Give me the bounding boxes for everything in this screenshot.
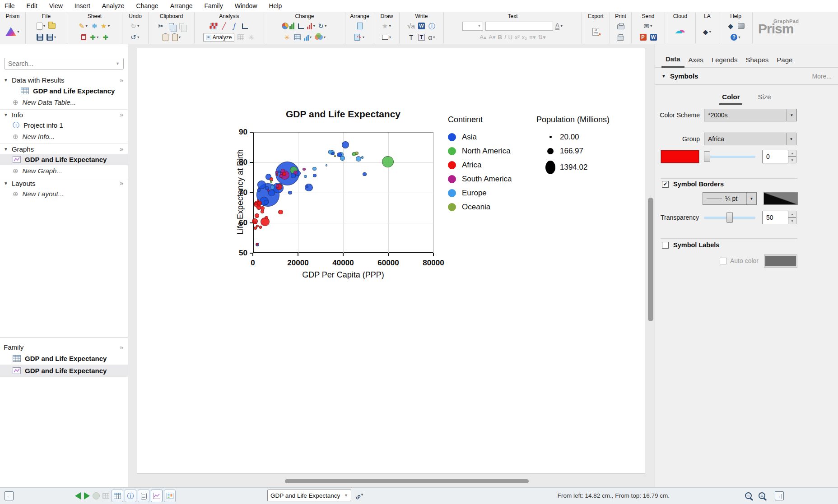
legend-entry[interactable]: Oceania (448, 200, 512, 214)
menu-analyze[interactable]: Analyze (102, 2, 125, 9)
expand-icon[interactable]: » (120, 344, 123, 351)
copy-icon[interactable] (168, 22, 176, 30)
legend-entry[interactable]: Africa (448, 158, 512, 172)
family-section-header[interactable]: Family» (0, 342, 128, 352)
symbols-section-header[interactable]: ▼ Symbols More... (655, 68, 838, 85)
pin-icon[interactable]: ★▼ (101, 22, 110, 30)
undo-icon[interactable]: ↺▼ (130, 33, 140, 42)
tab-page[interactable]: Page (773, 53, 796, 67)
legend-swatch[interactable] (448, 161, 456, 169)
data-bubble[interactable] (355, 152, 358, 155)
chevron-down-icon[interactable]: ▼ (4, 181, 8, 186)
data-bubble[interactable] (264, 200, 268, 204)
grow-text-icon[interactable]: A▴ (480, 34, 486, 41)
shrink-text-icon[interactable]: A▾ (489, 34, 495, 41)
zoom-out-icon[interactable]: − (745, 492, 752, 499)
graph-type-icon[interactable] (282, 22, 294, 30)
expand-panel-icon[interactable]: →| (775, 491, 784, 500)
view-table-button[interactable] (112, 490, 123, 502)
data-pattern-icon[interactable]: ▞▞ (210, 22, 218, 30)
data-bubble[interactable] (337, 153, 341, 157)
menu-family[interactable]: Family (204, 2, 223, 9)
powerpoint-badge-icon[interactable]: P (639, 33, 647, 42)
open-file-icon[interactable] (48, 22, 56, 30)
graph-family-icon[interactable]: ▼ (304, 33, 312, 42)
equation-icon[interactable]: √a (407, 22, 415, 30)
word-badge-2-icon[interactable]: W (649, 33, 657, 42)
menu-help[interactable]: Help (269, 2, 282, 9)
sidebar-item[interactable]: ⊕New Info... (0, 131, 128, 142)
search-box[interactable]: ▼ (4, 58, 124, 69)
page-single-icon[interactable] (356, 22, 364, 30)
legend-entry[interactable]: South America (448, 172, 512, 186)
menu-view[interactable]: View (49, 2, 63, 9)
chart-title[interactable]: GDP and Life Expectancy (208, 109, 479, 120)
view-results-button[interactable] (138, 490, 149, 502)
search-ball-icon[interactable] (93, 492, 100, 499)
tab-legends[interactable]: Legends (708, 53, 742, 67)
legend-swatch[interactable] (448, 133, 456, 141)
sidebar-section-data-with-results[interactable]: ▼Data with Results» (0, 75, 128, 85)
sidebar-section-graphs[interactable]: ▼Graphs» (0, 143, 128, 154)
data-bubble[interactable] (276, 174, 279, 176)
export-image-icon[interactable]: tiff bmp (592, 28, 600, 36)
expand-icon[interactable]: » (120, 145, 123, 153)
analyze-button[interactable]: ≡Analyze (203, 33, 235, 42)
data-bubble[interactable] (255, 213, 259, 217)
more-link[interactable]: More... (812, 73, 832, 80)
save-icon[interactable] (36, 33, 44, 42)
video-icon[interactable] (737, 22, 745, 30)
transparency-spinner[interactable]: 50 ▲▼ (762, 211, 796, 224)
transparency-value[interactable]: 50 (762, 211, 788, 224)
new-sheet-icon[interactable]: ✚▼ (90, 33, 99, 42)
data-bubble[interactable] (342, 141, 349, 148)
chevron-down-icon[interactable]: ▼ (4, 112, 8, 117)
font-color-icon[interactable]: A▼ (555, 22, 563, 30)
horizontal-scrollbar[interactable] (285, 479, 529, 483)
expand-icon[interactable]: » (120, 180, 123, 187)
data-bubble[interactable] (331, 152, 335, 155)
data-bubble[interactable] (270, 185, 275, 189)
collapse-sidebar-icon[interactable]: ← (5, 491, 14, 500)
menu-window[interactable]: Window (235, 2, 257, 9)
subtab-color[interactable]: Color (719, 92, 742, 105)
family-item[interactable]: GDP and Life Expectancy (0, 352, 128, 365)
word-badge-icon[interactable]: W (418, 22, 426, 30)
menu-arrange[interactable]: Arrange (170, 2, 193, 9)
data-bubble[interactable] (361, 156, 364, 159)
chevron-down-icon[interactable]: ▼ (4, 147, 8, 152)
sheet-grid-icon[interactable] (102, 493, 109, 499)
view-graph-button[interactable] (151, 490, 163, 502)
line-spacing-icon[interactable]: ⇅▾ (538, 34, 545, 41)
data-bubble[interactable] (334, 155, 335, 157)
label-color-swatch[interactable] (764, 255, 797, 267)
printer-check-icon[interactable]: ✔ (617, 33, 625, 42)
legend-swatch[interactable] (448, 189, 456, 197)
spin-down-icon[interactable]: ▼ (788, 157, 796, 163)
color-wheel-icon[interactable]: ▼ (315, 33, 326, 42)
menu-change[interactable]: Change (136, 2, 158, 9)
tab-shapes[interactable]: Shapes (741, 53, 773, 67)
save-as-icon[interactable]: ▼ (47, 33, 57, 42)
italic-icon[interactable]: I (504, 34, 506, 41)
chevron-down-icon[interactable]: ▼ (787, 109, 796, 121)
chevron-down-icon[interactable]: ▼ (116, 61, 120, 66)
data-bubble[interactable] (261, 210, 264, 213)
family-item[interactable]: GDP and Life Expectancy (0, 365, 128, 377)
superscript-icon[interactable]: x² (515, 34, 520, 41)
x-axis-title[interactable]: GDP Per Capita (PPP) (253, 270, 433, 280)
sidebar-item[interactable]: ⓘProject info 1 (0, 120, 128, 131)
sheet-selector-dropdown[interactable]: GDP and Life Expectancy ▼ (267, 490, 351, 501)
zoom-in-icon[interactable]: + (759, 492, 765, 499)
view-layout-button[interactable] (164, 490, 176, 502)
legend-swatch[interactable] (448, 175, 456, 183)
cube-icon[interactable]: ◆▼ (703, 28, 712, 36)
chevron-down-icon[interactable]: ▼ (4, 78, 8, 83)
highlighter-icon[interactable]: ✎▼ (79, 22, 88, 30)
size-legend-title[interactable]: Population (Millions) (536, 115, 610, 126)
info-add-icon[interactable]: ⓘ (428, 22, 436, 30)
sidebar-item[interactable]: ⊕New Graph... (0, 165, 128, 176)
tab-data[interactable]: Data (661, 52, 684, 68)
color-scheme-dropdown[interactable]: *2000s ▼ (704, 109, 797, 121)
freeze-icon[interactable]: ❄ (90, 22, 98, 30)
